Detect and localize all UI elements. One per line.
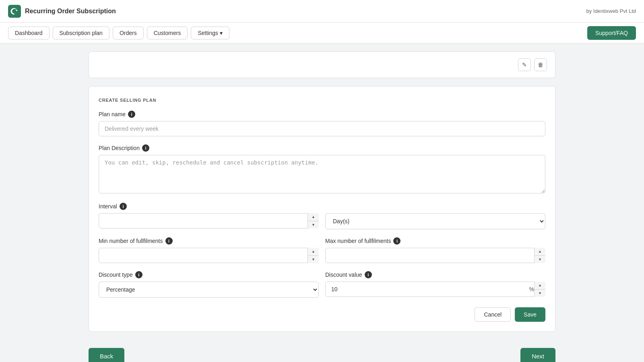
delete-button[interactable]: 🗑 [534,58,547,71]
fulfillments-row: Min number of fullfilments i ▲ ▼ Max num… [99,237,545,263]
plan-name-info-icon: i [128,111,135,118]
min-fulfillments-down-button[interactable]: ▼ [308,256,319,263]
cancel-button[interactable]: Cancel [475,307,511,322]
section-title: CREATE SELLING PLAN [99,98,545,103]
fulfillments-group: Min number of fullfilments i ▲ ▼ Max num… [99,237,545,263]
interval-up-button[interactable]: ▲ [308,213,319,221]
max-fulfillments-info-icon: i [393,237,400,245]
topbar-byline: by Identixweb Pvt Ltd [586,8,636,14]
discount-value-col: Discount value i % ▲ ▼ [325,271,545,298]
nav-subscription-plan[interactable]: Subscription plan [53,27,109,39]
save-button[interactable]: Save [515,307,545,322]
support-faq-button[interactable]: Support/FAQ [587,26,636,40]
interval-unit-select[interactable]: Day(s) Week(s) Month(s) Year(s) [325,213,545,229]
app-icon [8,5,21,18]
max-fulfillments-down-button[interactable]: ▼ [535,256,545,263]
discount-value-input[interactable] [325,282,545,297]
discount-group: Discount type i Percentage Fixed Amount … [99,271,545,298]
interval-row: ▲ ▼ Day(s) Week(s) Month(s) Year(s) [99,213,545,229]
next-button[interactable]: Next [520,348,555,362]
max-fulfillments-spinner: ▲ ▼ [325,248,545,263]
interval-down-button[interactable]: ▼ [308,221,319,229]
main-content: ✎ 🗑 CREATE SELLING PLAN Plan name i Plan… [0,43,644,340]
back-button[interactable]: Back [89,348,124,362]
plan-desc-textarea[interactable] [99,155,545,193]
interval-spinner-buttons: ▲ ▼ [308,213,319,228]
edit-icon: ✎ [522,62,527,68]
partial-card-actions: ✎ 🗑 [518,58,547,71]
plan-desc-label: Plan Description i [99,144,545,152]
form-actions: Cancel Save [99,307,545,322]
create-selling-plan-card: CREATE SELLING PLAN Plan name i Plan Des… [89,86,555,332]
discount-value-wrap: % ▲ ▼ [325,282,545,297]
chevron-down-icon: ▾ [220,30,223,36]
plan-desc-group: Plan Description i [99,144,545,195]
edit-button[interactable]: ✎ [518,58,531,71]
discount-row: Discount type i Percentage Fixed Amount … [99,271,545,298]
interval-group: Interval i ▲ ▼ Day(s) Week( [99,203,545,229]
min-fulfillments-spinner: ▲ ▼ [99,248,319,263]
discount-type-label-text: Discount type [99,272,133,278]
nav-dashboard[interactable]: Dashboard [8,27,50,39]
discount-value-label: Discount value i [325,271,545,278]
topbar: Recurring Order Subscription by Identixw… [0,0,644,23]
discount-value-info-icon: i [365,271,372,278]
interval-spinner: ▲ ▼ [99,213,319,228]
discount-value-label-text: Discount value [325,272,362,278]
interval-value-col: ▲ ▼ [99,213,319,229]
navbar-left: Dashboard Subscription plan Orders Custo… [8,27,229,39]
discount-type-label: Discount type i [99,271,319,278]
min-fulfillments-input[interactable] [99,248,319,263]
app-title: Recurring Order Subscription [25,8,116,15]
interval-input[interactable] [99,213,319,228]
discount-value-up-button[interactable]: ▲ [535,282,545,290]
max-fulfillments-label: Max number of fullfilments i [325,237,545,245]
interval-info-icon: i [120,203,127,210]
nav-orders[interactable]: Orders [113,27,144,39]
discount-type-info-icon: i [135,271,142,278]
min-fulfillments-up-button[interactable]: ▲ [308,248,319,256]
nav-settings[interactable]: Settings ▾ [191,27,229,39]
min-fulfillments-label: Min number of fullfilments i [99,237,319,245]
footer-nav: Back Next [0,340,644,362]
navbar: Dashboard Subscription plan Orders Custo… [0,23,644,43]
plan-name-label-text: Plan name [99,111,126,117]
max-fulfillments-spinner-buttons: ▲ ▼ [534,248,545,263]
partial-top-card: ✎ 🗑 [89,51,555,78]
nav-settings-label: Settings [198,30,218,36]
min-fulfillments-info-icon: i [165,237,173,245]
plan-desc-info-icon: i [142,144,149,152]
min-fulfillments-spinner-buttons: ▲ ▼ [308,248,319,263]
plan-name-group: Plan name i [99,111,545,136]
max-fulfillments-col: Max number of fullfilments i ▲ ▼ [325,237,545,263]
discount-type-col: Discount type i Percentage Fixed Amount … [99,271,319,298]
max-fulfillments-input[interactable] [325,248,545,263]
plan-desc-label-text: Plan Description [99,145,140,151]
max-fulfillments-up-button[interactable]: ▲ [535,248,545,256]
interval-unit-col: Day(s) Week(s) Month(s) Year(s) [325,213,545,229]
discount-type-select[interactable]: Percentage Fixed Amount None [99,282,319,298]
min-fulfillments-label-text: Min number of fullfilments [99,238,163,244]
interval-label-text: Interval [99,203,117,210]
discount-value-spinner-buttons: ▲ ▼ [534,282,545,297]
min-fulfillments-col: Min number of fullfilments i ▲ ▼ [99,237,319,263]
discount-value-down-button[interactable]: ▼ [535,290,545,297]
plan-name-label: Plan name i [99,111,545,118]
nav-customers[interactable]: Customers [147,27,188,39]
trash-icon: 🗑 [538,62,543,68]
plan-name-input[interactable] [99,121,545,136]
max-fulfillments-label-text: Max number of fullfilments [325,238,391,244]
interval-label: Interval i [99,203,545,210]
topbar-left: Recurring Order Subscription [8,5,116,18]
